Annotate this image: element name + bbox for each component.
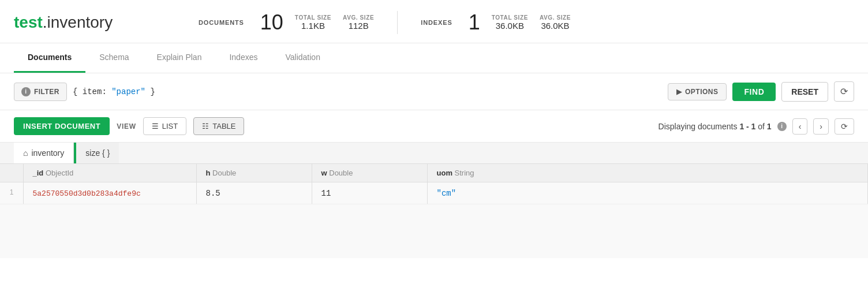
- indexes-stats: INDEXES 1 TOTAL SIZE 36.0KB AVG. SIZE 36…: [421, 10, 571, 35]
- pagination-info-icon: i: [777, 122, 787, 131]
- list-label: LIST: [162, 122, 178, 130]
- idx-avg-size-val: 36.0KB: [541, 21, 569, 31]
- info-icon: i: [21, 87, 31, 96]
- filter-button[interactable]: i FILTER: [14, 83, 67, 101]
- list-icon: ☰: [152, 122, 159, 130]
- documents-label: DOCUMENTS: [199, 19, 244, 26]
- tab-explain-plan[interactable]: Explain Plan: [143, 43, 216, 73]
- col-h: h Double: [196, 164, 312, 182]
- insert-document-button[interactable]: INSERT DOCUMENT: [14, 117, 110, 135]
- filter-label: FILTER: [34, 88, 59, 96]
- filter-query: { item: "paper" }: [73, 87, 662, 96]
- uom-value: "cm": [437, 189, 457, 198]
- data-table: _id ObjectId h Double w Double uom Strin…: [0, 164, 868, 204]
- tabs-bar: Documents Schema Explain Plan Indexes Va…: [0, 43, 868, 73]
- col-rownum: [0, 164, 23, 182]
- data-area: ⌂ inventory size { } _id ObjectId h Doub…: [0, 143, 868, 258]
- db-title: test.inventory: [14, 13, 175, 32]
- idx-total-size-val: 36.0KB: [496, 21, 524, 31]
- table-header-row: _id ObjectId h Double w Double uom Strin…: [0, 164, 868, 182]
- docs-avg-size: AVG. SIZE 112B: [343, 14, 374, 31]
- db-name: test: [14, 13, 43, 31]
- w-value: 11: [321, 189, 331, 198]
- pagination-info: Displaying documents 1 - 1 of 1 i ‹ › ⟳: [659, 118, 854, 135]
- list-view-button[interactable]: ☰ LIST: [143, 117, 186, 135]
- row-num: 1: [0, 182, 23, 204]
- options-button[interactable]: ▶ OPTIONS: [668, 83, 727, 100]
- idx-avg-size-label: AVG. SIZE: [540, 14, 571, 21]
- header: test.inventory DOCUMENTS 10 TOTAL SIZE 1…: [0, 0, 868, 43]
- toolbar: INSERT DOCUMENT VIEW ☰ LIST ☷ TABLE Disp…: [0, 110, 868, 143]
- next-page-button[interactable]: ›: [813, 118, 829, 135]
- tab-indexes[interactable]: Indexes: [215, 43, 271, 73]
- idx-total-size-label: TOTAL SIZE: [492, 14, 528, 21]
- filter-bar: i FILTER { item: "paper" } ▶ OPTIONS FIN…: [0, 73, 868, 110]
- tab-schema[interactable]: Schema: [85, 43, 143, 73]
- idx-avg-size: AVG. SIZE 36.0KB: [540, 14, 571, 31]
- refresh-button[interactable]: ⟳: [834, 81, 854, 102]
- table-label: TABLE: [212, 122, 235, 130]
- indexes-label: INDEXES: [421, 19, 452, 26]
- id-value[interactable]: 5a2570550d3d0b283a4dfe9c: [33, 189, 141, 198]
- cell-id[interactable]: 5a2570550d3d0b283a4dfe9c: [23, 182, 196, 204]
- prev-page-button[interactable]: ‹: [792, 118, 808, 135]
- pagination-text: Displaying documents 1 - 1 of 1: [659, 122, 772, 131]
- docs-total-size-label: TOTAL SIZE: [295, 14, 331, 21]
- tab-documents[interactable]: Documents: [14, 43, 85, 73]
- col-id: _id ObjectId: [23, 164, 196, 182]
- refresh-table-button[interactable]: ⟳: [835, 118, 854, 135]
- reset-button[interactable]: RESET: [781, 82, 828, 102]
- col-uom: uom String: [427, 164, 868, 182]
- docs-total-size: TOTAL SIZE 1.1KB: [295, 14, 331, 31]
- documents-stats: DOCUMENTS 10 TOTAL SIZE 1.1KB AVG. SIZE …: [199, 10, 374, 35]
- h-value: 8.5: [206, 189, 220, 198]
- documents-count: 10: [260, 10, 283, 35]
- options-label: OPTIONS: [685, 88, 718, 96]
- view-label: VIEW: [117, 122, 136, 130]
- bc-size-label: size { }: [85, 148, 110, 158]
- breadcrumb-inventory[interactable]: ⌂ inventory: [14, 143, 74, 163]
- bc-inventory-label: inventory: [31, 148, 64, 158]
- indexes-count: 1: [469, 10, 480, 35]
- find-button[interactable]: FIND: [732, 83, 776, 101]
- col-w: w Double: [312, 164, 427, 182]
- docs-avg-size-val: 112B: [349, 21, 369, 31]
- tab-validation[interactable]: Validation: [271, 43, 334, 73]
- breadcrumb-size[interactable]: size { }: [76, 143, 119, 163]
- breadcrumb-tabs: ⌂ inventory size { }: [0, 143, 868, 164]
- play-icon: ▶: [676, 88, 682, 96]
- cell-uom: "cm": [427, 182, 868, 204]
- cell-w: 11: [312, 182, 427, 204]
- table-icon: ☷: [202, 122, 209, 130]
- table-view-button[interactable]: ☷ TABLE: [193, 117, 244, 135]
- idx-total-size: TOTAL SIZE 36.0KB: [492, 14, 528, 31]
- stats-divider: [397, 11, 398, 34]
- docs-avg-size-label: AVG. SIZE: [343, 14, 374, 21]
- collection-name: inventory: [47, 13, 113, 31]
- cell-h: 8.5: [196, 182, 312, 204]
- home-icon: ⌂: [23, 148, 28, 158]
- docs-total-size-val: 1.1KB: [301, 21, 325, 31]
- table-row: 1 5a2570550d3d0b283a4dfe9c 8.5 11 "cm": [0, 182, 868, 204]
